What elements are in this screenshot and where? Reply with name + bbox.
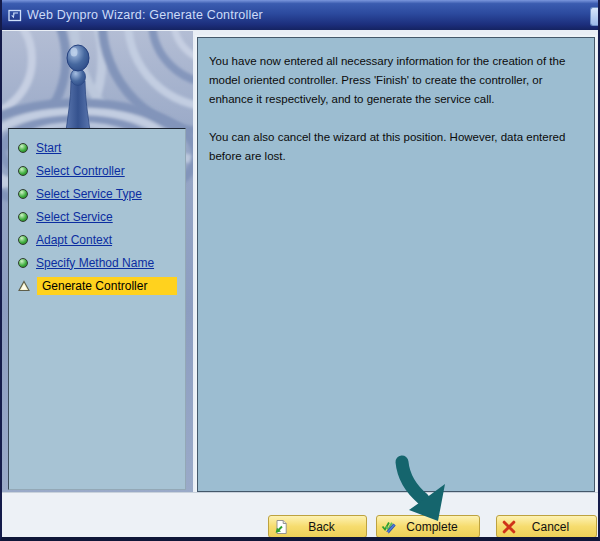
- step-label[interactable]: Adapt Context: [36, 233, 112, 247]
- step-label[interactable]: Specify Method Name: [36, 256, 154, 270]
- close-button[interactable]: [590, 7, 598, 26]
- button-bar: Back Complete Cancel: [2, 492, 598, 537]
- step-select-service-type[interactable]: Select Service Type: [9, 182, 185, 205]
- green-status-dot-icon: [18, 235, 28, 245]
- cancel-x-icon: [501, 519, 517, 535]
- green-status-dot-icon: [18, 166, 28, 176]
- wizard-dialog-window: Web Dynpro Wizard: Generate Controller: [0, 0, 600, 541]
- step-label[interactable]: Select Service: [36, 210, 113, 224]
- cancel-button-label: Cancel: [517, 520, 592, 534]
- back-button-label: Back: [289, 520, 362, 534]
- step-label[interactable]: Select Service Type: [36, 187, 142, 201]
- green-status-dot-icon: [18, 143, 28, 153]
- cancel-button[interactable]: Cancel: [496, 515, 597, 538]
- instruction-text-2: You can also cancel the wizard at this p…: [209, 128, 584, 166]
- title-bar: Web Dynpro Wizard: Generate Controller: [2, 0, 598, 30]
- step-specify-method-name[interactable]: Specify Method Name: [9, 251, 185, 274]
- step-generate-controller-current[interactable]: Generate Controller: [9, 274, 185, 297]
- green-status-dot-icon: [18, 258, 28, 268]
- step-label[interactable]: Select Controller: [36, 164, 125, 178]
- wizard-steps-panel: Start Select Controller Select Service T…: [8, 128, 186, 490]
- current-step-triangle-icon: [18, 280, 30, 292]
- back-button[interactable]: Back: [268, 515, 367, 538]
- step-adapt-context[interactable]: Adapt Context: [9, 228, 185, 251]
- step-label[interactable]: Start: [36, 141, 61, 155]
- window-title: Web Dynpro Wizard: Generate Controller: [27, 8, 263, 22]
- step-select-service[interactable]: Select Service: [9, 205, 185, 228]
- instruction-text-1: You have now entered all necessary infor…: [209, 52, 584, 109]
- back-page-icon: [273, 519, 289, 535]
- step-label[interactable]: Generate Controller: [37, 277, 177, 295]
- complete-button[interactable]: Complete: [376, 515, 480, 538]
- green-status-dot-icon: [18, 212, 28, 222]
- green-status-dot-icon: [18, 189, 28, 199]
- step-select-controller[interactable]: Select Controller: [9, 159, 185, 182]
- step-start[interactable]: Start: [9, 136, 185, 159]
- complete-button-label: Complete: [397, 520, 475, 534]
- window-session-icon: [7, 8, 22, 23]
- instruction-panel: You have now entered all necessary infor…: [197, 37, 595, 492]
- complete-check-pencil-icon: [381, 519, 397, 535]
